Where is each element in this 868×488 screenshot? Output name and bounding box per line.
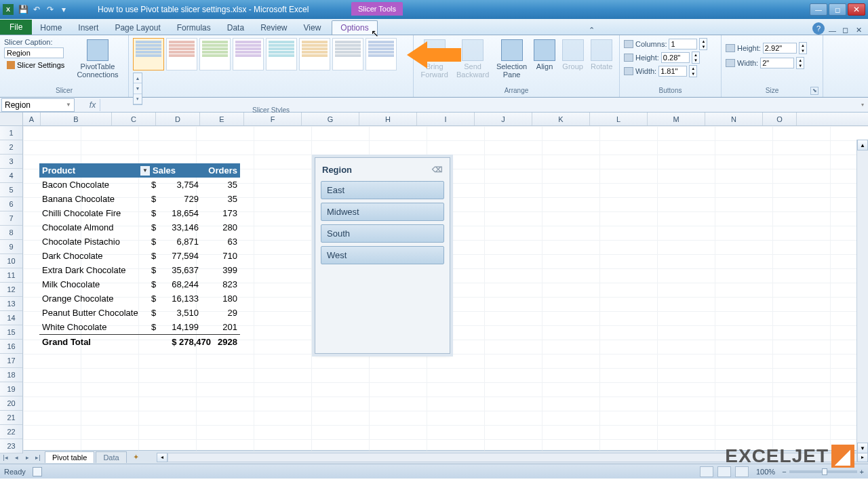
column-header[interactable]: A	[23, 113, 41, 125]
btn-width-spinner[interactable]: ▲▼	[689, 65, 697, 77]
slicer-item[interactable]: Midwest	[321, 203, 444, 221]
selection-pane-button[interactable]: Selection Pane	[494, 38, 529, 80]
tab-review[interactable]: Review	[252, 21, 295, 35]
window-close-icon[interactable]: ✕	[856, 26, 867, 35]
row-header[interactable]: 23	[0, 439, 22, 453]
close-button[interactable]: ✕	[848, 3, 865, 16]
row-header[interactable]: 21	[0, 411, 22, 425]
slicer-style-3[interactable]	[199, 38, 231, 70]
scroll-down-icon[interactable]: ▼	[857, 443, 868, 453]
row-header[interactable]: 8	[0, 226, 22, 240]
pivot-header-product[interactable]: Product ▼	[39, 165, 151, 176]
slicer-style-5[interactable]	[266, 38, 297, 70]
row-header[interactable]: 2	[0, 140, 22, 155]
help-icon[interactable]: ?	[812, 22, 825, 35]
row-header[interactable]: 4	[0, 169, 22, 183]
size-height-spinner[interactable]: ▲▼	[799, 42, 807, 54]
tab-formulas[interactable]: Formulas	[169, 21, 219, 35]
column-header[interactable]: H	[359, 113, 417, 125]
column-header[interactable]: D	[156, 113, 200, 125]
formula-expand-icon[interactable]: ▾	[857, 102, 868, 108]
columns-spinner[interactable]: ▲▼	[699, 38, 707, 50]
grid[interactable]: Product ▼ Sales Orders Bacon Chocolate$3…	[23, 126, 868, 453]
window-min-icon[interactable]: —	[829, 26, 840, 35]
slicer-item[interactable]: South	[321, 224, 444, 243]
size-width-spinner[interactable]: ▲▼	[796, 57, 804, 69]
rotate-button[interactable]: Rotate	[588, 38, 615, 72]
tab-home[interactable]: Home	[32, 21, 70, 35]
columns-input[interactable]	[669, 39, 697, 49]
size-height-input[interactable]	[763, 43, 797, 54]
column-header[interactable]: G	[302, 113, 359, 125]
column-header[interactable]: C	[112, 113, 156, 125]
row-header[interactable]: 12	[0, 283, 22, 297]
slicer-style-1[interactable]	[133, 38, 164, 70]
tab-insert[interactable]: Insert	[70, 21, 106, 35]
pivot-filter-dropdown-icon[interactable]: ▼	[140, 166, 150, 176]
normal-view-icon[interactable]	[700, 466, 713, 477]
bring-forward-button[interactable]: Bring Forward	[418, 38, 451, 80]
column-header[interactable]: N	[705, 113, 763, 125]
row-header[interactable]: 19	[0, 382, 22, 396]
slicer-style-4[interactable]	[233, 38, 264, 70]
column-header[interactable]: E	[200, 113, 244, 125]
redo-icon[interactable]: ↷	[43, 3, 57, 16]
maximize-button[interactable]: ◻	[829, 3, 846, 16]
zoom-in-icon[interactable]: +	[860, 468, 864, 476]
size-dialog-launcher[interactable]: ⬊	[810, 87, 818, 95]
tab-data[interactable]: Data	[219, 21, 252, 35]
pivottable-connections-button[interactable]: PivotTable Connections	[75, 38, 121, 80]
qat-customize-icon[interactable]: ▾	[57, 3, 71, 16]
row-header[interactable]: 20	[0, 396, 22, 411]
zoom-slider[interactable]	[789, 470, 857, 473]
tab-view[interactable]: View	[296, 21, 330, 35]
window-restore-icon[interactable]: ◻	[842, 26, 853, 35]
column-header[interactable]: M	[648, 113, 705, 125]
column-header[interactable]: B	[41, 113, 112, 125]
undo-icon[interactable]: ↶	[30, 3, 43, 16]
tab-options[interactable]: Options	[332, 20, 377, 35]
tab-file[interactable]: File	[0, 20, 32, 35]
row-header[interactable]: 7	[0, 211, 22, 226]
tab-page-layout[interactable]: Page Layout	[106, 21, 168, 35]
btn-width-input[interactable]	[658, 66, 687, 77]
row-header[interactable]: 9	[0, 240, 22, 254]
clear-filter-icon[interactable]: ⌫	[432, 165, 443, 175]
new-sheet-icon[interactable]: ✦	[130, 453, 143, 462]
scroll-up-icon[interactable]: ▲	[857, 140, 868, 150]
row-header[interactable]: 15	[0, 325, 22, 340]
align-button[interactable]: Align	[532, 38, 557, 72]
row-header[interactable]: 6	[0, 197, 22, 211]
minimize-ribbon-icon[interactable]: ⌃	[589, 26, 599, 35]
column-header[interactable]: F	[244, 113, 302, 125]
slicer-style-6[interactable]	[299, 38, 330, 70]
row-header[interactable]: 16	[0, 340, 22, 354]
column-header[interactable]: I	[417, 113, 475, 125]
row-header[interactable]: 22	[0, 425, 22, 439]
column-header[interactable]: O	[763, 113, 797, 125]
row-header[interactable]: 3	[0, 155, 22, 169]
slicer-style-7[interactable]	[332, 38, 363, 70]
hscroll-left-icon[interactable]: ◂	[157, 453, 167, 462]
slicer-item[interactable]: West	[321, 246, 444, 264]
slicer-item[interactable]: East	[321, 181, 444, 199]
btn-height-spinner[interactable]: ▲▼	[692, 52, 700, 64]
fx-icon[interactable]: fx	[85, 99, 100, 111]
style-gallery-scroll[interactable]: ▲▼▾	[133, 73, 142, 105]
row-header[interactable]: 14	[0, 311, 22, 325]
row-header[interactable]: 13	[0, 297, 22, 311]
row-header[interactable]: 11	[0, 268, 22, 283]
row-header[interactable]: 1	[0, 126, 22, 140]
hscroll-right-icon[interactable]: ▸	[857, 453, 868, 462]
name-box[interactable]: Region ▼	[1, 98, 75, 112]
column-header[interactable]: L	[590, 113, 648, 125]
name-box-dropdown-icon[interactable]: ▼	[66, 102, 71, 108]
btn-height-input[interactable]	[661, 52, 690, 63]
slicer-settings-button[interactable]: Slicer Settings	[4, 60, 72, 70]
column-header[interactable]: J	[475, 113, 532, 125]
slicer-caption-input[interactable]	[4, 47, 64, 58]
minimize-button[interactable]: —	[810, 3, 827, 16]
slicer-style-2[interactable]	[166, 38, 197, 70]
send-backward-button[interactable]: Send Backward	[454, 38, 491, 80]
region-slicer[interactable]: Region ⌫ EastMidwestSouthWest	[315, 157, 450, 354]
